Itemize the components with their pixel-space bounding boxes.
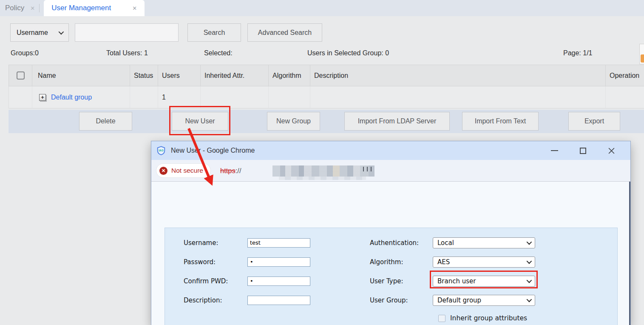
algorithm-select[interactable]: AES	[433, 257, 535, 268]
action-button-row: Delete New User New Group Import From LD…	[9, 110, 644, 133]
pagination-icon	[641, 54, 644, 63]
close-icon[interactable]: ✕	[30, 5, 35, 11]
header-description: Description	[310, 65, 606, 86]
header-status: Status	[130, 65, 158, 86]
password-label: Password:	[184, 258, 247, 266]
user-management-page: Policy ✕ User Management ✕ Username Sear…	[0, 0, 644, 325]
select-all-checkbox[interactable]	[17, 71, 25, 80]
tab-divider	[39, 4, 40, 12]
tab-bar: Policy ✕ User Management ✕	[0, 0, 644, 16]
description-field[interactable]	[247, 296, 310, 305]
import-from-text-button[interactable]: Import From Text	[462, 112, 539, 131]
tab-policy[interactable]: Policy ✕	[0, 0, 39, 16]
form-row-2: Password: Algorithm: AES	[184, 252, 617, 271]
user-group-label: User Group:	[370, 296, 433, 304]
not-secure-label: Not secure	[171, 167, 203, 174]
tab-user-management[interactable]: User Management ✕	[44, 0, 145, 16]
header-users: Users	[158, 65, 201, 86]
close-icon[interactable]: ✕	[132, 5, 137, 11]
row-operation-cell	[606, 86, 644, 108]
delete-button[interactable]: Delete	[79, 112, 132, 131]
user-group-select-value: Default group	[437, 296, 481, 304]
confirm-pwd-label: Confirm PWD:	[184, 277, 247, 285]
header-checkbox-cell	[9, 65, 32, 86]
search-input[interactable]	[75, 23, 179, 42]
authentication-label: Authentication:	[370, 239, 433, 247]
minimize-icon[interactable]	[551, 150, 558, 151]
new-group-button[interactable]: New Group	[267, 112, 320, 131]
tab-policy-label: Policy	[5, 4, 24, 12]
new-user-popup-window: IAG New User - Google Chrome ✕ Not secur…	[151, 141, 631, 325]
search-field-dropdown[interactable]: Username	[10, 23, 69, 42]
user-group-select[interactable]: Default group	[433, 295, 535, 306]
groups-count: Groups:0	[11, 49, 39, 57]
not-secure-icon: ✕	[159, 167, 167, 175]
popup-title-bar[interactable]: IAG New User - Google Chrome	[151, 141, 630, 160]
row-status-cell	[130, 86, 158, 108]
table-header-row: Name Status Users Inherited Attr. Algori…	[9, 65, 644, 86]
header-inherited-attr: Inherited Attr.	[201, 65, 269, 86]
address-bar[interactable]: ✕ Not secure https://	[151, 160, 630, 182]
search-button[interactable]: Search	[187, 23, 241, 42]
pagination-control-cropped[interactable]	[639, 44, 644, 64]
url-text: https://	[220, 160, 241, 181]
url-fragment-marks	[363, 167, 374, 171]
row-checkbox-cell	[9, 86, 32, 108]
import-from-ldap-button[interactable]: Import From LDAP Server	[344, 112, 450, 131]
header-name: Name	[32, 65, 130, 86]
table-row: + Default group 1	[9, 86, 644, 108]
inherit-attributes-row: Inherit group attributes	[438, 311, 617, 325]
row-users-cell: 1	[158, 86, 201, 108]
inherit-group-attributes-label: Inherit group attributes	[450, 314, 527, 322]
form-row-3: Confirm PWD: User Type: Branch user	[184, 271, 617, 291]
row-inherited-cell	[201, 86, 269, 108]
window-controls	[551, 147, 625, 154]
page-indicator: Page: 1/1	[563, 49, 593, 57]
chevron-down-icon	[527, 259, 532, 264]
url-redacted-blur	[272, 165, 374, 177]
close-icon[interactable]	[608, 147, 615, 154]
user-type-select[interactable]: Branch user	[433, 276, 535, 287]
url-separator: ://	[235, 167, 241, 175]
chevron-down-icon	[527, 278, 532, 283]
inherit-group-attributes-checkbox[interactable]	[438, 315, 445, 322]
svg-text:IAG: IAG	[159, 149, 163, 152]
form-row-4: Description: User Group: Default group	[184, 291, 617, 310]
authentication-select-value: Local	[437, 239, 454, 247]
tab-user-management-label: User Management	[51, 4, 111, 12]
algorithm-select-value: AES	[437, 258, 450, 266]
new-user-button[interactable]: New User	[172, 112, 228, 131]
chevron-down-icon	[527, 239, 532, 245]
row-description-cell	[310, 86, 606, 108]
chevron-down-icon	[59, 29, 64, 35]
username-label: Username:	[184, 239, 247, 247]
export-button[interactable]: Export	[568, 112, 620, 131]
row-algorithm-cell	[269, 86, 310, 108]
new-user-form-panel: Username: Authentication: Local Password…	[165, 228, 618, 325]
url-redacted-blur-lower	[279, 177, 366, 180]
url-scheme: https	[220, 167, 235, 175]
popup-page-content: Username: Authentication: Local Password…	[151, 182, 630, 325]
password-field[interactable]	[247, 257, 310, 267]
chevron-down-icon	[527, 297, 532, 302]
confirm-pwd-field[interactable]	[247, 277, 310, 286]
advanced-search-button[interactable]: Advanced Search	[247, 23, 322, 42]
row-name-cell: + Default group	[32, 86, 130, 108]
search-field-dropdown-value: Username	[17, 29, 48, 37]
total-users-count: Total Users: 1	[106, 49, 148, 57]
header-algorithm: Algorithm	[269, 65, 310, 86]
authentication-select[interactable]: Local	[433, 237, 535, 248]
description-label: Description:	[184, 296, 247, 304]
expand-icon[interactable]: +	[39, 94, 46, 101]
popup-window-title: New User - Google Chrome	[171, 147, 255, 154]
iag-shield-icon: IAG	[156, 146, 166, 155]
user-type-label: User Type:	[370, 277, 433, 285]
form-row-1: Username: Authentication: Local	[184, 233, 617, 252]
maximize-icon[interactable]	[580, 148, 586, 154]
username-field[interactable]	[247, 238, 310, 248]
group-name-link[interactable]: Default group	[51, 94, 92, 101]
algorithm-label: Algorithm:	[370, 258, 433, 266]
selected-count: Selected:	[204, 49, 233, 57]
not-secure-chip[interactable]: ✕ Not secure	[156, 163, 211, 178]
user-type-select-value: Branch user	[437, 277, 476, 285]
